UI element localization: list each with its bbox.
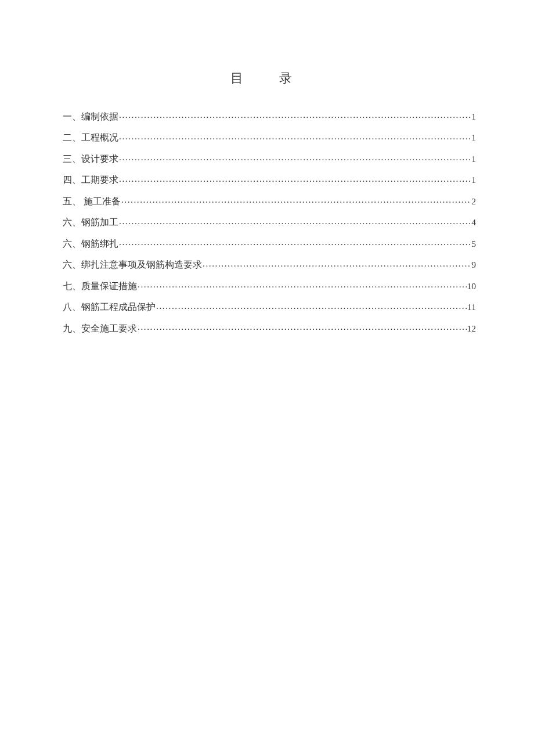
toc-page-number: 12 (467, 324, 477, 333)
toc-entry: 三、设计要求 1 (63, 153, 476, 163)
toc-leader-dots (138, 280, 467, 289)
toc-page-number: 1 (471, 133, 476, 142)
toc-page-number: 5 (471, 239, 476, 249)
toc-label: 七、质量保证措施 (63, 282, 137, 291)
toc-entry: 六、绑扎注意事项及钢筋构造要求 9 (63, 259, 476, 269)
toc-page-number: 11 (467, 303, 476, 312)
toc-leader-dots (121, 195, 471, 204)
toc-page-number: 2 (471, 197, 476, 206)
toc-entry: 七、质量保证措施 10 (63, 280, 476, 290)
toc-leader-dots (119, 110, 471, 120)
toc-leader-dots (119, 153, 471, 162)
toc-page-number: 9 (471, 260, 476, 269)
toc-label: 三、设计要求 (63, 154, 118, 164)
toc-label: 二、工程概况 (63, 133, 118, 142)
toc-leader-dots (119, 174, 471, 183)
toc-page-number: 1 (471, 112, 476, 121)
toc-entry: 九、安全施工要求 12 (63, 322, 476, 333)
toc-page-number: 1 (471, 175, 476, 185)
toc-leader-dots (119, 132, 471, 141)
toc-page-number: 1 (471, 154, 476, 164)
toc-label: 四、工期要求 (63, 175, 118, 185)
toc-leader-dots (119, 217, 471, 226)
toc-entry: 四、工期要求 1 (63, 174, 476, 185)
toc-entry: 五、 施工准备 2 (63, 195, 476, 206)
toc-entry: 二、工程概况 1 (63, 132, 476, 142)
toc-leader-dots (156, 301, 467, 311)
toc-title: 目 录 (63, 70, 476, 87)
toc-leader-dots (119, 237, 471, 247)
toc-list: 一、编制依据 1 二、工程概况 1 三、设计要求 1 四、工期要求 1 五、 施… (63, 110, 476, 333)
toc-leader-dots (203, 259, 471, 268)
toc-entry: 六、钢筋绑扎 5 (63, 237, 476, 248)
toc-label: 六、钢筋绑扎 (63, 239, 118, 249)
toc-label: 一、编制依据 (63, 112, 118, 121)
toc-label: 五、 施工准备 (63, 197, 121, 206)
toc-entry: 六、钢筋加工 4 (63, 217, 476, 227)
toc-entry: 八、钢筋工程成品保护 11 (63, 301, 476, 312)
toc-label: 六、绑扎注意事项及钢筋构造要求 (63, 260, 202, 269)
toc-label: 九、安全施工要求 (63, 324, 137, 333)
toc-entry: 一、编制依据 1 (63, 110, 476, 121)
toc-label: 八、钢筋工程成品保护 (63, 303, 156, 312)
toc-page-number: 4 (471, 218, 476, 227)
toc-leader-dots (138, 322, 467, 332)
toc-page-number: 10 (467, 282, 477, 291)
page-content: 目 录 一、编制依据 1 二、工程概况 1 三、设计要求 1 四、工期要求 1 … (0, 0, 534, 333)
toc-label: 六、钢筋加工 (63, 218, 118, 227)
